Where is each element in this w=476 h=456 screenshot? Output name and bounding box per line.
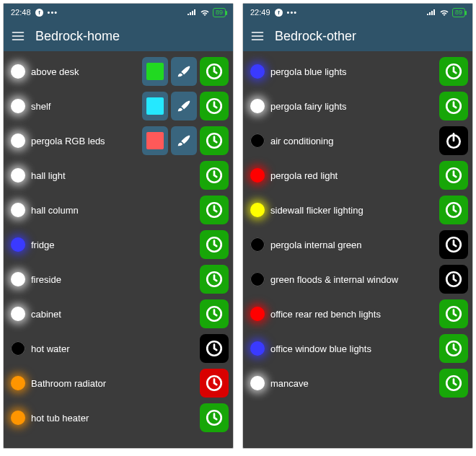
phone-left: 22:48 f ••• 89 Bedrock-home above desksh… (3, 3, 234, 449)
device-row[interactable]: pergola red light (247, 158, 468, 193)
schedule-button[interactable] (439, 334, 468, 363)
device-label: office rear red bench lights (270, 309, 436, 320)
device-label: green floods & internal window (270, 274, 436, 285)
device-bulb-icon[interactable] (11, 411, 25, 425)
device-row[interactable]: pergola RGB leds (8, 123, 229, 158)
device-row[interactable]: fireside (8, 262, 229, 297)
device-row[interactable]: office window blue lights (247, 331, 468, 366)
schedule-button[interactable] (200, 265, 229, 294)
page-title: Bedrock-other (275, 29, 356, 44)
device-bulb-icon[interactable] (250, 64, 265, 79)
device-bulb-icon[interactable] (11, 133, 25, 148)
schedule-button[interactable] (439, 265, 468, 294)
schedule-button[interactable] (439, 57, 468, 86)
device-bulb-icon[interactable] (11, 272, 25, 286)
device-bulb-icon[interactable] (11, 376, 25, 390)
device-row[interactable]: hall column (8, 193, 229, 227)
schedule-button[interactable] (200, 126, 229, 155)
brush-button[interactable] (171, 57, 197, 86)
device-bulb-icon[interactable] (11, 168, 25, 183)
color-swatch-button[interactable] (142, 126, 168, 155)
device-bulb-icon[interactable] (250, 99, 265, 113)
device-bulb-icon[interactable] (250, 272, 265, 286)
device-label: sidewall flicker lighting (270, 205, 436, 216)
schedule-button[interactable] (439, 92, 468, 120)
schedule-button[interactable] (200, 161, 229, 190)
device-row[interactable]: above desk (8, 54, 229, 89)
schedule-button[interactable] (439, 161, 468, 190)
device-bulb-icon[interactable] (11, 99, 25, 113)
device-row[interactable]: pergola fairy lights (247, 89, 468, 123)
more-icon: ••• (287, 8, 298, 17)
device-label: air conditioning (270, 136, 436, 146)
menu-icon[interactable] (250, 29, 265, 43)
power-button[interactable] (439, 126, 468, 155)
status-bar: 22:49 f ••• 89 (243, 4, 472, 21)
device-label: office window blue lights (270, 343, 436, 354)
device-label: fireside (31, 274, 197, 285)
device-bulb-icon[interactable] (250, 307, 265, 321)
device-row[interactable]: hot tub heater (8, 400, 229, 435)
device-row[interactable]: sidewall flicker lighting (247, 193, 468, 227)
schedule-button[interactable] (200, 369, 229, 398)
device-row[interactable]: hall light (8, 158, 229, 193)
device-bulb-icon[interactable] (250, 376, 265, 390)
device-label: pergola blue lights (270, 66, 436, 77)
brush-button[interactable] (171, 92, 197, 120)
device-label: fridge (31, 240, 197, 250)
wifi-icon (200, 9, 210, 16)
device-bulb-icon[interactable] (250, 133, 265, 148)
brush-button[interactable] (171, 126, 197, 155)
wifi-icon (439, 9, 449, 16)
device-label: above desk (31, 66, 139, 77)
color-swatch-button[interactable] (142, 57, 168, 86)
device-row[interactable]: fridge (8, 227, 229, 262)
device-row[interactable]: pergola blue lights (247, 54, 468, 89)
device-row[interactable]: office rear red bench lights (247, 297, 468, 331)
device-bulb-icon[interactable] (11, 341, 25, 356)
status-left: 22:49 f ••• (250, 8, 297, 17)
schedule-button[interactable] (200, 230, 229, 259)
schedule-button[interactable] (200, 299, 229, 328)
status-time: 22:49 (250, 8, 270, 17)
device-row[interactable]: air conditioning (247, 123, 468, 158)
device-row[interactable]: mancave (247, 366, 468, 400)
device-bulb-icon[interactable] (11, 203, 25, 217)
device-row[interactable]: Bathroom radiator (8, 366, 229, 400)
schedule-button[interactable] (200, 403, 229, 432)
schedule-button[interactable] (439, 230, 468, 259)
device-row[interactable]: hot water (8, 331, 229, 366)
schedule-button[interactable] (200, 57, 229, 86)
schedule-button[interactable] (439, 196, 468, 224)
schedule-button[interactable] (200, 334, 229, 363)
device-row[interactable]: pergola internal green (247, 227, 468, 262)
color-swatch-button[interactable] (142, 92, 168, 120)
status-left: 22:48 f ••• (11, 8, 58, 17)
device-bulb-icon[interactable] (250, 168, 265, 183)
device-row[interactable]: shelf (8, 89, 229, 123)
device-bulb-icon[interactable] (250, 237, 265, 252)
schedule-button[interactable] (439, 299, 468, 328)
schedule-button[interactable] (439, 369, 468, 398)
schedule-button[interactable] (200, 196, 229, 224)
status-time: 22:48 (11, 8, 31, 17)
more-icon: ••• (48, 8, 58, 17)
signal-icon (426, 9, 436, 16)
device-row[interactable]: cabinet (8, 297, 229, 331)
device-label: hall light (31, 170, 197, 181)
device-label: pergola fairy lights (270, 101, 436, 112)
device-bulb-icon[interactable] (11, 237, 25, 252)
device-label: pergola internal green (270, 240, 436, 250)
page-title: Bedrock-home (35, 29, 120, 44)
device-label: pergola red light (270, 170, 436, 181)
device-label: pergola RGB leds (31, 136, 139, 146)
schedule-button[interactable] (200, 92, 229, 120)
device-bulb-icon[interactable] (11, 64, 25, 79)
device-row[interactable]: green floods & internal window (247, 262, 468, 297)
device-bulb-icon[interactable] (11, 307, 25, 321)
device-bulb-icon[interactable] (250, 203, 265, 217)
menu-icon[interactable] (11, 29, 25, 43)
device-bulb-icon[interactable] (250, 341, 265, 356)
battery-indicator: 89 (452, 8, 465, 17)
signal-icon (187, 9, 197, 16)
